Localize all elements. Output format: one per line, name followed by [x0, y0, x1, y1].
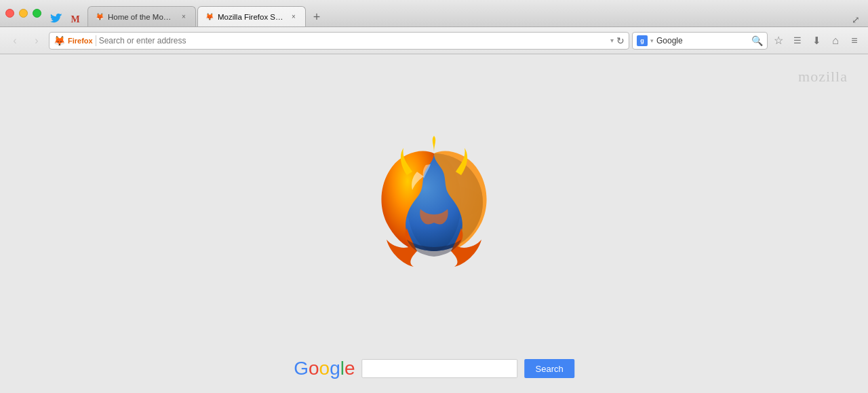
search-engine-bar: g ▾ Google 🔍: [632, 32, 768, 50]
mozilla-watermark: mozilla: [798, 68, 848, 86]
google-letter-g2: g: [330, 358, 340, 379]
tab-mozilla-label: Home of the Mozill...: [108, 13, 175, 21]
google-letter-g1: G: [294, 358, 309, 379]
address-bar: 🦊 Firefox ▾ ↻: [49, 32, 629, 50]
bookmark-icon[interactable]: ☆: [770, 33, 787, 49]
tab-firefox-start-close[interactable]: ×: [289, 12, 298, 22]
address-input[interactable]: [99, 36, 608, 45]
google-search-input[interactable]: [362, 359, 518, 378]
firefox-logo: [366, 134, 502, 273]
back-button[interactable]: ‹: [5, 31, 24, 50]
google-search-area: Google Search: [294, 358, 574, 379]
google-engine-icon: g: [637, 35, 648, 46]
tab-mozilla-close[interactable]: ×: [179, 12, 189, 22]
menu-icon[interactable]: ≡: [846, 33, 863, 49]
tab-twitter-icon[interactable]: [50, 13, 63, 26]
expand-window-icon[interactable]: ⤢: [849, 13, 863, 26]
new-tab-button[interactable]: +: [307, 7, 326, 26]
google-letter-o1: o: [309, 358, 319, 379]
google-letter-e: e: [344, 358, 355, 379]
refresh-icon[interactable]: ↻: [616, 35, 625, 46]
main-content: mozilla: [0, 54, 868, 393]
firefox-favicon-small: 🦊: [54, 35, 65, 46]
tab-firefox-start[interactable]: 🦊 Mozilla Firefox Star... ×: [197, 6, 306, 26]
google-logo: Google: [294, 358, 355, 379]
nav-search-icon[interactable]: 🔍: [751, 35, 763, 46]
tab-mozilla-favicon: 🦊: [95, 12, 104, 22]
title-bar: M 🦊 Home of the Mozill... × 🦊 Mozilla Fi…: [0, 0, 868, 27]
tab-firefox-start-favicon: 🦊: [205, 12, 214, 22]
address-divider: [96, 35, 96, 46]
tab-firefox-start-label: Mozilla Firefox Star...: [218, 13, 285, 21]
search-engine-name: Google: [656, 36, 749, 45]
search-engine-dropdown-icon[interactable]: ▾: [650, 37, 654, 44]
tab-mozilla[interactable]: 🦊 Home of the Mozill... ×: [87, 6, 196, 26]
firefox-label: Firefox: [68, 37, 93, 45]
google-search-button[interactable]: Search: [525, 359, 574, 378]
address-dropdown-icon[interactable]: ▾: [610, 37, 614, 44]
maximize-button[interactable]: [33, 9, 41, 18]
download-icon[interactable]: ⬇: [808, 33, 825, 49]
home-icon[interactable]: ⌂: [827, 33, 844, 49]
minimize-button[interactable]: [19, 9, 28, 18]
nav-bar: ‹ › 🦊 Firefox ▾ ↻ g ▾ Google 🔍 ☆ ☰ ⬇ ⌂ ≡: [0, 27, 868, 54]
forward-button[interactable]: ›: [27, 31, 46, 50]
window-controls: [5, 9, 41, 18]
close-button[interactable]: [5, 9, 14, 18]
tab-gmail-icon[interactable]: M: [68, 13, 82, 26]
google-letter-o2: o: [319, 358, 330, 379]
tab-bar: M 🦊 Home of the Mozill... × 🦊 Mozilla Fi…: [50, 0, 863, 26]
reader-view-icon[interactable]: ☰: [789, 33, 806, 49]
